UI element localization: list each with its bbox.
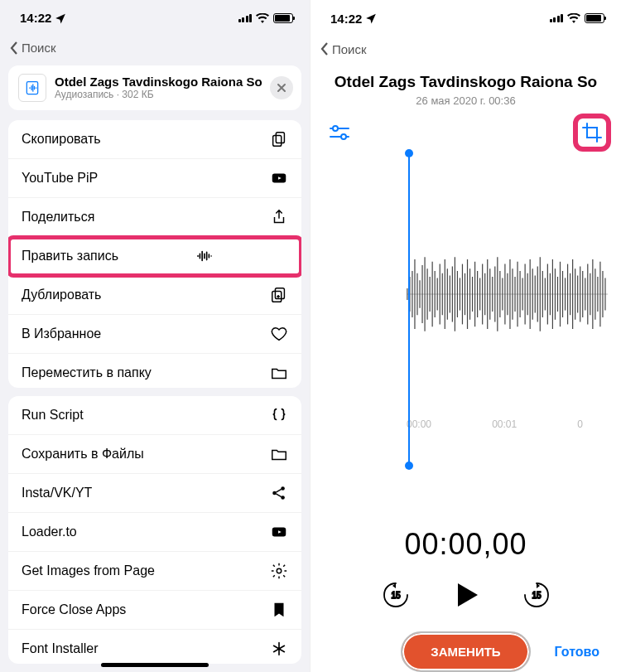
- menu-insta-vk-yt[interactable]: Insta/VK/YT: [8, 474, 301, 513]
- status-time: 14:22: [20, 11, 51, 25]
- waveform: [324, 178, 608, 410]
- menu-share[interactable]: Поделиться: [8, 198, 301, 237]
- menu-label: Дублировать: [22, 288, 101, 302]
- file-card: Otdel Zags Tavdinskogo Raiona So Аудиоза…: [8, 65, 301, 110]
- close-button[interactable]: [270, 76, 293, 99]
- share-nodes-icon: [270, 484, 288, 502]
- menu-edit-recording[interactable]: Править запись: [8, 237, 301, 276]
- tick-0: 00:00: [407, 418, 431, 430]
- menu-label: Поделиться: [22, 210, 94, 225]
- svg-rect-2: [273, 135, 282, 146]
- svg-rect-4: [275, 288, 284, 298]
- time-ticks: 00:00 00:01 0: [324, 418, 608, 430]
- play-button[interactable]: [448, 577, 484, 613]
- menu-label: Font Installer: [22, 641, 98, 656]
- sliders-icon: [329, 124, 350, 141]
- youtube-icon: [270, 169, 288, 187]
- signal-icon: [550, 14, 564, 22]
- folder-icon: [270, 364, 288, 382]
- svg-text:15: 15: [532, 591, 542, 600]
- svg-point-10: [277, 568, 282, 573]
- menu-copy[interactable]: Скопировать: [8, 120, 301, 159]
- wifi-icon: [256, 13, 269, 23]
- recording-title: Otdel Zags Tavdinskogo Raiona So: [327, 73, 604, 91]
- waveform-area[interactable]: 00:00 00:01 0: [310, 153, 621, 515]
- signal-icon: [238, 14, 253, 22]
- youtube-icon: [270, 523, 288, 541]
- playhead-marker[interactable]: [408, 153, 410, 466]
- menu-loader-to[interactable]: Loader.to: [8, 513, 301, 552]
- back-nav[interactable]: Поиск: [0, 36, 310, 60]
- folder-icon: [270, 445, 288, 463]
- battery-icon: [585, 13, 604, 23]
- svg-point-12: [341, 134, 346, 139]
- menu-label: Loader.to: [22, 525, 77, 539]
- asterisk-icon: [270, 640, 288, 658]
- recording-subtitle: 26 мая 2020 г. 00:36: [327, 94, 604, 107]
- status-bar: 14:22: [310, 0, 621, 36]
- back-label: Поиск: [22, 41, 56, 55]
- tick-2: 0: [577, 418, 583, 430]
- crop-icon: [581, 122, 603, 143]
- menu-label: Force Close Apps: [22, 602, 126, 617]
- menu-label: В Избранное: [22, 326, 101, 341]
- home-indicator[interactable]: [101, 663, 209, 667]
- menu-run-script[interactable]: Run Script: [8, 396, 301, 435]
- menu-label: Сохранить в Файлы: [22, 447, 144, 462]
- status-bar: 14:22: [0, 0, 310, 36]
- menu-label: YouTube PiP: [22, 171, 98, 186]
- menu-label: Run Script: [22, 408, 84, 423]
- file-subtitle: Аудиозапись · 302 КБ: [55, 89, 262, 100]
- skip-back-icon: 15: [381, 580, 411, 610]
- gear-icon: [270, 562, 288, 580]
- menu-label: Insta/VK/YT: [22, 486, 92, 500]
- recording-header: Otdel Zags Tavdinskogo Raiona So 26 мая …: [310, 61, 621, 115]
- chevron-left-icon: [10, 41, 18, 55]
- heart-icon: [270, 325, 288, 343]
- skip-forward-icon: 15: [522, 580, 551, 610]
- menu-group-2: Run Script Сохранить в Файлы Insta/VK/YT…: [8, 396, 301, 664]
- location-icon: [365, 12, 377, 24]
- menu-label: Скопировать: [22, 132, 101, 147]
- svg-point-11: [333, 126, 338, 131]
- skip-back-button[interactable]: 15: [380, 579, 412, 611]
- audio-file-icon: [18, 74, 46, 102]
- skip-forward-button[interactable]: 15: [521, 579, 552, 611]
- replace-button[interactable]: ЗАМЕНИТЬ: [401, 631, 530, 672]
- filters-button[interactable]: [325, 118, 354, 147]
- share-icon: [270, 208, 288, 226]
- chevron-left-icon: [320, 42, 329, 56]
- menu-get-images[interactable]: Get Images from Page: [8, 552, 301, 591]
- playback-controls: 15 15: [310, 577, 621, 613]
- duplicate-icon: [270, 286, 288, 304]
- waveform-icon: [195, 247, 213, 265]
- back-label: Поиск: [332, 42, 367, 56]
- menu-label: Править запись: [22, 249, 118, 263]
- menu-font-installer[interactable]: Font Installer: [8, 630, 301, 664]
- menu-favorite[interactable]: В Избранное: [8, 315, 301, 354]
- battery-icon: [273, 13, 293, 23]
- status-time: 14:22: [330, 12, 362, 26]
- menu-group-1: Скопировать YouTube PiP Поделиться Прави…: [8, 120, 301, 388]
- play-time: 00:00,00: [310, 527, 621, 562]
- svg-rect-1: [276, 132, 284, 143]
- location-icon: [55, 12, 66, 24]
- menu-duplicate[interactable]: Дублировать: [8, 276, 301, 315]
- done-button[interactable]: Готово: [555, 645, 599, 660]
- edit-toolbar: [310, 115, 621, 153]
- menu-label: Get Images from Page: [22, 563, 155, 578]
- close-icon: [277, 83, 286, 93]
- copy-icon: [270, 130, 288, 148]
- back-nav[interactable]: Поиск: [310, 36, 621, 61]
- braces-icon: [270, 406, 288, 424]
- menu-save-files[interactable]: Сохранить в Файлы: [8, 435, 301, 474]
- play-icon: [451, 580, 481, 610]
- crop-button[interactable]: [578, 118, 606, 147]
- menu-label: Переместить в папку: [22, 365, 152, 380]
- menu-move-folder[interactable]: Переместить в папку: [8, 354, 301, 388]
- menu-force-close[interactable]: Force Close Apps: [8, 591, 301, 630]
- svg-text:15: 15: [391, 591, 401, 600]
- tick-1: 00:01: [492, 418, 517, 430]
- menu-youtube-pip[interactable]: YouTube PiP: [8, 159, 301, 198]
- wifi-icon: [567, 13, 580, 23]
